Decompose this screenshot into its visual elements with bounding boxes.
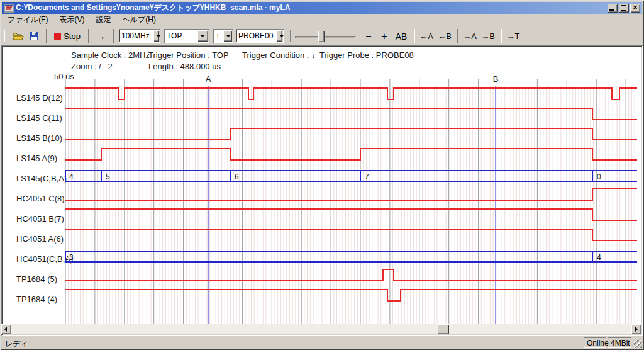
- zoom-out-button[interactable]: −: [361, 28, 376, 44]
- plus-icon: +: [381, 31, 387, 42]
- goto-trigger-button[interactable]: →T: [504, 28, 522, 44]
- length-info: Length : 488.000 us: [148, 62, 221, 71]
- app-window: C:¥Documents and Settings¥noname¥デスクトップ¥…: [0, 0, 644, 350]
- trigger-position-info: Trigger Position : TOP: [148, 50, 229, 60]
- toolbar-separator: [113, 29, 114, 43]
- toolbar-grip[interactable]: [289, 30, 291, 42]
- stop-button[interactable]: Stop: [51, 28, 84, 44]
- trigger-probe-info: Trigger Probe : PROBE08: [319, 50, 414, 60]
- svg-text:5: 5: [106, 172, 110, 181]
- left-arrow-icon: [4, 327, 7, 332]
- left-arrow-b-icon: ←B: [438, 31, 452, 41]
- status-online-badge: Online: [584, 337, 606, 348]
- right-arrow-t-icon: →T: [507, 31, 520, 41]
- titlebar[interactable]: C:¥Documents and Settings¥noname¥デスクトップ¥…: [2, 2, 642, 14]
- zoom-slider-handle[interactable]: [318, 31, 325, 42]
- toolbar-separator: [457, 29, 458, 43]
- chevron-down-icon[interactable]: [153, 30, 159, 42]
- right-arrow-a-icon: →A: [463, 31, 477, 41]
- svg-text:0: 0: [597, 172, 601, 181]
- run-button[interactable]: →: [92, 28, 109, 44]
- maximize-button[interactable]: [619, 4, 629, 13]
- trigger-position-combo[interactable]: TOP: [164, 29, 209, 43]
- app-icon: [4, 3, 14, 13]
- floppy-icon: [30, 31, 39, 41]
- status-memory-badge: 4MBit: [608, 337, 631, 348]
- trigger-condition-info: Trigger Condition : ↓: [242, 50, 316, 60]
- minimize-icon: [609, 9, 614, 11]
- scrollbar-thumb[interactable]: [438, 324, 449, 334]
- chevron-down-icon[interactable]: [223, 30, 232, 42]
- scroll-right-button[interactable]: [631, 324, 641, 334]
- toolbar-separator: [46, 29, 47, 43]
- maximize-icon: [621, 5, 626, 11]
- zoom-slider-track[interactable]: [295, 36, 356, 38]
- open-file-button[interactable]: [10, 28, 26, 44]
- toolbar-separator: [88, 29, 89, 43]
- menu-help[interactable]: ヘルプ(H): [116, 13, 162, 26]
- ab-label: AB: [396, 31, 408, 42]
- svg-text:4: 4: [69, 172, 74, 181]
- open-folder-icon: [13, 31, 24, 41]
- status-message: レディ: [5, 339, 28, 349]
- horizontal-scrollbar[interactable]: [1, 324, 641, 334]
- close-icon: ×: [630, 4, 640, 13]
- window-title: C:¥Documents and Settings¥noname¥デスクトップ¥…: [16, 3, 608, 13]
- move-marker-b-left-button[interactable]: ←B: [436, 28, 453, 44]
- scroll-left-button[interactable]: [1, 324, 11, 334]
- toolbar: Stop → 100MHz TOP ↑ PROBE00 − + AB ←A ←B: [2, 26, 642, 45]
- menu-file[interactable]: ファイル(F): [2, 13, 53, 26]
- menu-view[interactable]: 表示(V): [53, 13, 90, 26]
- sample-clock-info: Sample Clock : 2MHz: [71, 50, 150, 60]
- trigger-probe-value: PROBE00: [236, 31, 275, 40]
- waveform-canvas[interactable]: 4567034: [65, 79, 637, 324]
- chevron-down-icon[interactable]: [197, 30, 208, 42]
- window-controls: ×: [608, 4, 640, 13]
- zoom-info: Zoom : / 2: [71, 62, 113, 71]
- close-button[interactable]: ×: [630, 4, 640, 13]
- move-marker-a-right-button[interactable]: →A: [461, 28, 479, 44]
- ab-range-button[interactable]: AB: [392, 28, 410, 44]
- minimize-button[interactable]: [608, 4, 618, 13]
- chevron-down-icon[interactable]: [277, 30, 282, 42]
- menubar: ファイル(F) 表示(V) 設定 ヘルプ(H): [2, 14, 642, 26]
- svg-text:4: 4: [597, 253, 601, 262]
- trigger-position-value: TOP: [164, 31, 196, 40]
- svg-text:7: 7: [365, 172, 369, 181]
- svg-text:3: 3: [69, 253, 74, 262]
- toolbar-separator: [501, 29, 502, 43]
- move-marker-b-right-button[interactable]: →B: [479, 28, 497, 44]
- move-marker-a-left-button[interactable]: ←A: [418, 28, 435, 44]
- right-arrow-icon: [635, 327, 638, 332]
- sample-clock-value: 100MHz: [119, 31, 152, 40]
- run-arrow-icon: →: [96, 30, 106, 43]
- toolbar-grip[interactable]: [4, 30, 6, 42]
- right-arrow-b-icon: →B: [481, 31, 495, 41]
- save-button[interactable]: [26, 28, 42, 44]
- sample-clock-combo[interactable]: 100MHz: [119, 29, 160, 43]
- trigger-probe-combo[interactable]: PROBE00: [236, 29, 284, 43]
- trigger-edge-value: ↑: [213, 31, 222, 40]
- left-arrow-a-icon: ←A: [419, 31, 433, 41]
- stop-label: Stop: [64, 31, 80, 41]
- resize-grip[interactable]: [634, 340, 642, 348]
- statusbar: レディ Online 4MBit: [1, 337, 643, 349]
- svg-text:6: 6: [235, 172, 239, 181]
- trigger-edge-combo[interactable]: ↑: [213, 29, 233, 43]
- zoom-in-button[interactable]: +: [377, 28, 392, 44]
- toolbar-separator: [414, 29, 415, 43]
- waveform-view: Sample Clock : 2MHz Trigger Position : T…: [1, 45, 643, 336]
- minus-icon: −: [365, 31, 371, 42]
- stop-icon: [54, 33, 61, 40]
- menu-settings[interactable]: 設定: [90, 13, 116, 26]
